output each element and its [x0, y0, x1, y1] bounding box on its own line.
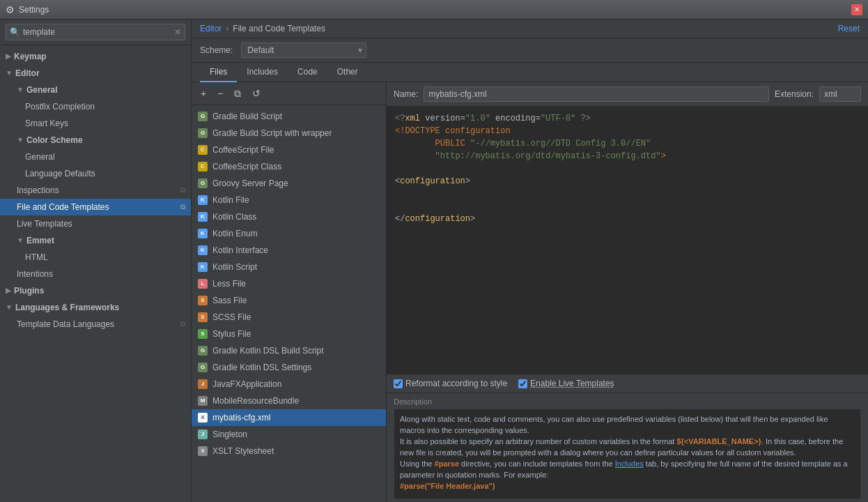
live-templates-checkbox[interactable]	[518, 379, 527, 388]
file-item-coffeescript-class[interactable]: C CoffeeScript Class	[192, 158, 386, 175]
tabs-bar: Files Includes Code Other	[192, 63, 868, 82]
sidebar-item-html[interactable]: HTML	[0, 249, 191, 266]
sidebar-item-template-data-languages[interactable]: Template Data Languages ⧉	[0, 316, 191, 333]
close-button[interactable]: ✕	[851, 4, 862, 15]
file-item-groovy-server[interactable]: G Groovy Server Page	[192, 175, 386, 192]
remove-template-button[interactable]: −	[212, 85, 228, 102]
add-template-button[interactable]: +	[196, 85, 211, 102]
breadcrumb-editor-link[interactable]: Editor	[200, 24, 222, 33]
sidebar-item-plugins[interactable]: ▶ Plugins	[0, 282, 191, 299]
file-item-gradle-kotlin-settings[interactable]: G Gradle Kotlin DSL Settings	[192, 359, 386, 376]
file-item-kotlin-enum[interactable]: K Kotlin Enum	[192, 225, 386, 242]
sidebar: 🔍 ✕ ▶ Keymap ▼ Editor ▼ General Postfix …	[0, 20, 192, 502]
sidebar-item-general[interactable]: ▼ General	[0, 82, 191, 98]
reformat-label: Reformat according to style	[405, 379, 507, 388]
description-section: Description Along with static text, code…	[387, 393, 868, 502]
tab-includes[interactable]: Includes	[237, 63, 288, 82]
sidebar-item-editor[interactable]: ▼ Editor	[0, 65, 191, 82]
sidebar-item-language-defaults[interactable]: Language Defaults	[0, 165, 191, 182]
tab-files[interactable]: Files	[200, 63, 237, 82]
file-item-label: Gradle Kotlin DSL Build Script	[212, 344, 324, 357]
file-item-label: XSLT Stylesheet	[212, 445, 274, 457]
file-item-javafx[interactable]: J JavaFXApplication	[192, 376, 386, 393]
sidebar-item-color-scheme[interactable]: ▼ Color Scheme	[0, 132, 191, 149]
content-area: Editor › File and Code Templates Reset S…	[192, 20, 868, 502]
expand-arrow: ▶	[6, 50, 11, 63]
scheme-select[interactable]: Default	[241, 43, 366, 58]
live-templates-label: Enable Live Templates	[530, 379, 614, 388]
sidebar-item-label: Keymap	[14, 50, 47, 63]
sidebar-item-label: Inspections	[17, 183, 178, 197]
sidebar-item-label: HTML	[25, 250, 185, 264]
file-item-gradle-wrapper[interactable]: G Gradle Build Script with wrapper	[192, 125, 386, 142]
sidebar-item-intentions[interactable]: Intentions	[0, 266, 191, 282]
scheme-bar: Scheme: Default	[192, 38, 868, 63]
sidebar-item-emmet[interactable]: ▼ Emmet	[0, 232, 191, 249]
reset-link[interactable]: Reset	[838, 24, 860, 33]
copy-template-button[interactable]: ⧉	[229, 85, 246, 102]
live-templates-checkbox-label[interactable]: Enable Live Templates	[518, 379, 614, 388]
file-item-label: Kotlin Script	[212, 261, 257, 273]
settings-icon: ⚙	[6, 4, 15, 15]
sidebar-item-keymap[interactable]: ▶ Keymap	[0, 48, 191, 65]
sidebar-item-smart-keys[interactable]: Smart Keys	[0, 115, 191, 132]
file-item-kotlin-interface[interactable]: K Kotlin Interface	[192, 242, 386, 259]
code-editor[interactable]: <?xml version="1.0" encoding="UTF-8" ?> …	[387, 107, 868, 374]
file-item-label: Sass File	[212, 294, 247, 307]
file-item-kotlin-class[interactable]: K Kotlin Class	[192, 208, 386, 225]
file-item-sass-file[interactable]: S Sass File	[192, 292, 386, 309]
sidebar-item-label: Intentions	[17, 267, 185, 281]
name-input[interactable]	[424, 86, 769, 102]
expand-arrow: ▼	[17, 133, 24, 147]
sidebar-item-label: General	[25, 150, 185, 164]
copy-icon: ⧉	[180, 200, 185, 214]
sidebar-item-postfix-completion[interactable]: Postfix Completion	[0, 98, 191, 115]
tab-code[interactable]: Code	[288, 63, 327, 82]
file-item-xslt[interactable]: X XSLT Stylesheet	[192, 443, 386, 459]
file-item-mybatis-cfg[interactable]: X mybatis-cfg.xml	[192, 409, 386, 426]
file-item-gradle-build[interactable]: G Gradle Build Script	[192, 108, 386, 125]
file-item-scss-file[interactable]: S SCSS File	[192, 309, 386, 326]
sidebar-item-live-templates[interactable]: Live Templates	[0, 215, 191, 232]
settings-tree: ▶ Keymap ▼ Editor ▼ General Postfix Comp…	[0, 45, 191, 502]
editor-area: Name: Extension: <?xml version="1.0" enc…	[387, 82, 868, 502]
extension-label: Extension:	[775, 89, 814, 99]
search-icon: 🔍	[10, 27, 20, 37]
scheme-label: Scheme:	[200, 45, 233, 55]
file-item-label: SCSS File	[212, 311, 251, 324]
file-item-singleton[interactable]: J Singleton	[192, 426, 386, 443]
file-item-coffeescript-file[interactable]: C CoffeeScript File	[192, 142, 386, 158]
code-line-doctype3: "http://mybatis.org/dtd/mybatis-3-config…	[395, 150, 860, 162]
sidebar-item-file-code-templates[interactable]: File and Code Templates ⧉	[0, 199, 191, 215]
file-item-less-file[interactable]: L Less File	[192, 275, 386, 292]
breadcrumb: Editor › File and Code Templates	[200, 24, 325, 33]
file-item-label: Singleton	[212, 428, 247, 441]
file-item-label: Groovy Server Page	[212, 177, 288, 190]
extension-input[interactable]	[819, 86, 861, 102]
reformat-checkbox[interactable]	[394, 379, 403, 388]
sidebar-item-inspections[interactable]: Inspections ⧉	[0, 182, 191, 199]
revert-template-button[interactable]: ↺	[247, 85, 265, 102]
code-line-pi: <?xml version="1.0" encoding="UTF-8" ?>	[395, 112, 860, 125]
file-item-kotlin-script[interactable]: K Kotlin Script	[192, 259, 386, 275]
search-input[interactable]	[6, 24, 185, 40]
file-item-stylus-file[interactable]: S Stylus File	[192, 326, 386, 342]
sidebar-item-label: General	[26, 83, 58, 97]
name-label: Name:	[394, 89, 418, 99]
file-item-gradle-kotlin-dsl[interactable]: G Gradle Kotlin DSL Build Script	[192, 342, 386, 359]
code-line-doctype1: <!DOCTYPE configuration	[395, 125, 860, 137]
file-item-kotlin-file[interactable]: K Kotlin File	[192, 192, 386, 208]
code-line-blank2	[395, 188, 860, 200]
clear-search-icon[interactable]: ✕	[174, 27, 181, 37]
tab-other[interactable]: Other	[327, 63, 368, 82]
sidebar-item-cs-general[interactable]: General	[0, 149, 191, 165]
breadcrumb-separator: ›	[226, 24, 228, 33]
window-title: Settings	[19, 5, 851, 15]
sidebar-item-label: Live Templates	[17, 217, 185, 231]
search-box: 🔍 ✕	[0, 20, 191, 45]
sidebar-item-languages-frameworks[interactable]: ▼ Languages & Frameworks	[0, 299, 191, 316]
reformat-checkbox-label[interactable]: Reformat according to style	[394, 379, 507, 388]
code-line-blank3	[395, 200, 860, 213]
file-item-mobile-resource[interactable]: M MobileResourceBundle	[192, 393, 386, 409]
expand-arrow: ▼	[6, 301, 13, 314]
